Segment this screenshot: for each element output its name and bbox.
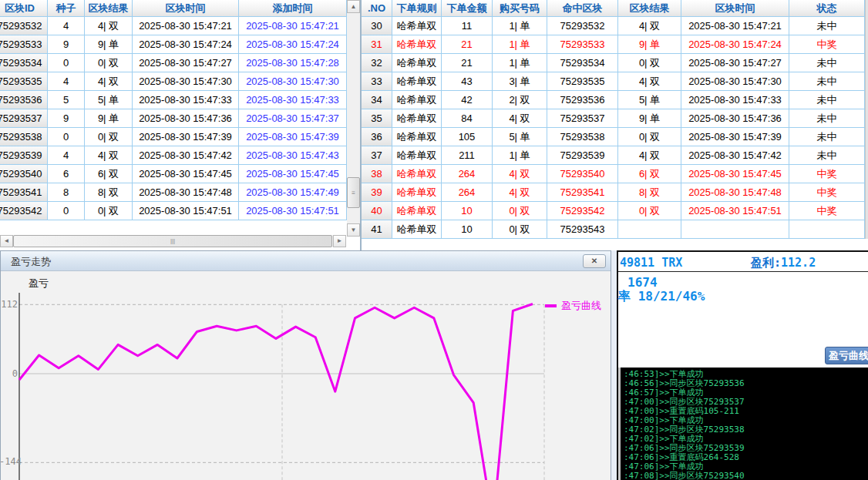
- table-cell: 未中: [789, 54, 865, 72]
- table-cell: 2025-08-30 15:47:33: [239, 91, 347, 109]
- table-row[interactable]: 31哈希单双211| 单752935339| 单2025-08-30 15:47…: [362, 35, 865, 54]
- close-icon[interactable]: ✕: [583, 254, 606, 268]
- table-row[interactable]: 7529353944| 双2025-08-30 15:47:422025-08-…: [0, 146, 347, 165]
- table-row[interactable]: 35哈希单双844| 双752935379| 单2025-08-30 15:47…: [362, 109, 865, 128]
- table-row[interactable]: 7529353244| 双2025-08-30 15:47:212025-08-…: [0, 17, 347, 35]
- column-header[interactable]: 购买号码: [493, 0, 547, 17]
- table-cell: 哈希单双: [392, 17, 442, 35]
- table-cell: 2025-08-30 15:47:36: [133, 109, 239, 128]
- table-row[interactable]: 37哈希单双2111| 单752935394| 双2025-08-30 15:4…: [362, 146, 865, 165]
- column-header[interactable]: 状态: [789, 0, 865, 17]
- table-row[interactable]: 7529353799| 单2025-08-30 15:47:362025-08-…: [0, 109, 347, 128]
- table-cell: 4| 双: [85, 72, 133, 91]
- column-header[interactable]: 命中区块: [547, 0, 618, 17]
- column-header[interactable]: 区块时间: [681, 0, 789, 17]
- table-cell: 30: [362, 17, 392, 35]
- column-header[interactable]: 区块结果: [618, 0, 681, 17]
- profit-chart: 盈亏 112 0 -144 盈亏曲线: [1, 271, 611, 480]
- column-header[interactable]: 下单金额: [442, 0, 493, 17]
- table-cell: 哈希单双: [392, 35, 442, 54]
- hscroll-thumb[interactable]: |||: [13, 235, 332, 247]
- ytick-112: 112: [1, 299, 18, 310]
- block-table: 区块ID种子区块结果区块时间添加时间7529353244| 双2025-08-3…: [0, 0, 347, 220]
- table-row[interactable]: 7529354188| 双2025-08-30 15:47:482025-08-…: [0, 183, 347, 202]
- table-row[interactable]: 34哈希单双422| 双752935365| 单2025-08-30 15:47…: [362, 91, 865, 109]
- window-titlebar[interactable]: 盈亏走势 ✕: [1, 251, 611, 271]
- table-cell: 2025-08-30 15:47:30: [133, 72, 239, 91]
- table-cell: 0| 双: [618, 128, 681, 146]
- table-row[interactable]: 30哈希单双111| 单752935324| 双2025-08-30 15:47…: [362, 17, 865, 35]
- table-row[interactable]: 7529354200| 双2025-08-30 15:47:512025-08-…: [0, 202, 347, 220]
- ytick-0: 0: [1, 368, 18, 379]
- vscroll-thumb[interactable]: ≡: [347, 177, 360, 208]
- scroll-right-arrow-icon[interactable]: ►: [333, 235, 346, 247]
- table-cell: 8| 双: [85, 183, 133, 202]
- table-row[interactable]: 7529353400| 双2025-08-30 15:47:272025-08-…: [0, 54, 347, 72]
- table-cell: 2025-08-30 15:47:28: [239, 54, 347, 72]
- table-row[interactable]: 41哈希单双100| 双75293543: [362, 220, 865, 239]
- chart-canvas: [1, 271, 611, 480]
- stats-header-row: 49811 TRX 盈利:112.2: [618, 253, 868, 272]
- table-cell: 4| 双: [493, 109, 547, 128]
- table-cell: 中奖: [789, 202, 865, 220]
- table-cell: 哈希单双: [392, 128, 442, 146]
- table-cell: 9| 单: [618, 35, 681, 54]
- legend-line-swatch: [545, 304, 557, 307]
- table-cell: 31: [362, 35, 392, 54]
- table-row[interactable]: 33哈希单双433| 单752935354| 双2025-08-30 15:47…: [362, 72, 865, 91]
- ytick-neg144: -144: [1, 456, 16, 467]
- table-row[interactable]: 40哈希单双100| 双752935420| 双2025-08-30 15:47…: [362, 202, 865, 220]
- table-cell: 75293539: [0, 146, 48, 165]
- table-row[interactable]: 38哈希单双2644| 双752935406| 双2025-08-30 15:4…: [362, 165, 865, 183]
- table-cell: 4: [48, 17, 85, 35]
- background-gap: [611, 250, 617, 480]
- table-cell: 75293539: [547, 146, 618, 165]
- table-row[interactable]: 39哈希单双2644| 双752935418| 双2025-08-30 15:4…: [362, 183, 865, 202]
- table-row[interactable]: 7529353800| 双2025-08-30 15:47:392025-08-…: [0, 128, 347, 146]
- table-cell: 4| 双: [618, 146, 681, 165]
- table-cell: 10: [442, 202, 493, 220]
- table-row[interactable]: 32哈希单双211| 单752935340| 双2025-08-30 15:47…: [362, 54, 865, 72]
- profit-value: 盈利:112.2: [751, 256, 816, 270]
- table-row[interactable]: 7529353544| 双2025-08-30 15:47:302025-08-…: [0, 72, 347, 91]
- scroll-down-arrow-icon[interactable]: ▼: [347, 223, 360, 237]
- profit-curve-button[interactable]: 盈亏曲线: [825, 347, 868, 364]
- table-cell: 哈希单双: [392, 165, 442, 183]
- table-cell: 哈希单双: [392, 220, 442, 239]
- block-table-vscrollbar[interactable]: ▲ ≡ ▼: [347, 0, 360, 237]
- table-cell: 75293540: [547, 165, 618, 183]
- table-cell: 2025-08-30 15:47:24: [681, 35, 789, 54]
- scroll-left-arrow-icon[interactable]: ◄: [0, 235, 13, 247]
- column-header[interactable]: 区块时间: [133, 0, 239, 17]
- table-row[interactable]: 7529353399| 单2025-08-30 15:47:242025-08-…: [0, 35, 347, 54]
- table-cell: 4| 双: [85, 17, 133, 35]
- table-cell: 84: [442, 109, 493, 128]
- table-cell: 43: [442, 72, 493, 91]
- table-row[interactable]: 7529353655| 单2025-08-30 15:47:332025-08-…: [0, 91, 347, 109]
- table-cell: 2025-08-30 15:47:45: [239, 165, 347, 183]
- column-header[interactable]: .NO: [362, 0, 392, 17]
- balance-value: 49811 TRX: [620, 256, 682, 270]
- column-header[interactable]: 种子: [48, 0, 85, 17]
- table-cell: 10: [442, 220, 493, 239]
- table-cell: 8: [48, 183, 85, 202]
- table-cell: 中奖: [789, 35, 865, 54]
- table-cell: 2| 双: [493, 91, 547, 109]
- orders-table-vscrollbar[interactable]: [865, 0, 868, 239]
- scroll-up-arrow-icon[interactable]: ▲: [347, 0, 360, 13]
- column-header[interactable]: 区块ID: [0, 0, 48, 17]
- table-row[interactable]: 36哈希单双1055| 单752935380| 双2025-08-30 15:4…: [362, 128, 865, 146]
- column-header[interactable]: 下单规则: [392, 0, 442, 17]
- stats-panel: 49811 TRX 盈利:112.2 1674 率 18/21/46% 盈亏曲线…: [617, 250, 868, 480]
- profit-trend-window: 盈亏走势 ✕ 盈亏 112 0 -144 盈亏曲线: [0, 250, 611, 480]
- table-cell: 未中: [789, 109, 865, 128]
- column-header[interactable]: 区块结果: [85, 0, 133, 17]
- table-cell: 75293534: [0, 54, 48, 72]
- block-table-hscrollbar[interactable]: ◄ ||| ►: [0, 235, 346, 247]
- column-header[interactable]: 添加时间: [239, 0, 347, 17]
- table-cell: 哈希单双: [392, 109, 442, 128]
- table-row[interactable]: 7529354066| 双2025-08-30 15:47:452025-08-…: [0, 165, 347, 183]
- table-cell: 哈希单双: [392, 72, 442, 91]
- table-cell: 75293541: [0, 183, 48, 202]
- table-cell: 211: [442, 146, 493, 165]
